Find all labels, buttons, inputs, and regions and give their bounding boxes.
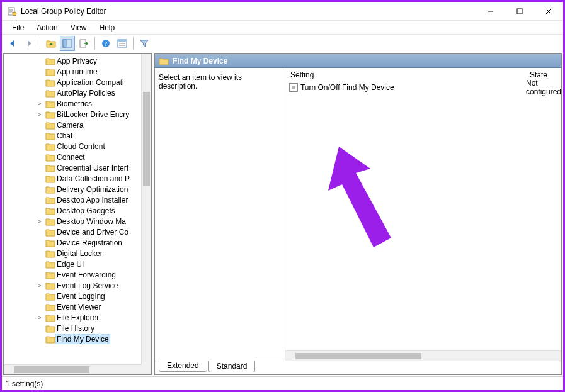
- menu-help[interactable]: Help: [93, 22, 122, 33]
- tree-item[interactable]: Event Forwarding: [4, 269, 141, 280]
- tree-item[interactable]: > Desktop Window Ma: [4, 216, 141, 227]
- tree-item[interactable]: Device and Driver Co: [4, 227, 141, 237]
- app-window: Local Group Policy Editor File Action Vi…: [0, 0, 565, 392]
- folder-icon: [45, 303, 55, 311]
- description-column: Select an item to view its description.: [155, 68, 285, 361]
- help-icon[interactable]: ?: [98, 36, 113, 51]
- tree-item[interactable]: Event Viewer: [4, 301, 141, 312]
- folder-icon: [45, 164, 55, 172]
- tree-item-label: Device and Driver Co: [55, 228, 130, 237]
- expander-icon[interactable]: >: [35, 218, 44, 225]
- tree-item[interactable]: Event Logging: [4, 291, 141, 301]
- menu-view[interactable]: View: [64, 22, 93, 33]
- maximize-button[interactable]: [505, 2, 534, 21]
- toolbar-separator: [40, 37, 40, 50]
- folder-icon: [45, 228, 55, 237]
- tree-item[interactable]: Application Compati: [4, 77, 141, 87]
- tree-item[interactable]: > Biometrics: [4, 98, 141, 109]
- properties-icon[interactable]: [115, 36, 130, 51]
- tree-item-label: App runtime: [55, 67, 99, 76]
- content-pane: Find My Device Select an item to view it…: [154, 53, 562, 375]
- export-list-icon[interactable]: [76, 36, 91, 51]
- tree-item[interactable]: App runtime: [4, 66, 141, 77]
- tree-item-label: Credential User Interf: [55, 164, 130, 172]
- tree-item[interactable]: Connect: [4, 152, 141, 162]
- expander-icon[interactable]: >: [35, 315, 44, 321]
- tree-item-label: Digital Locker: [55, 249, 104, 258]
- folder-icon: [45, 217, 55, 226]
- folder-icon: [45, 78, 55, 87]
- folder-icon: [45, 185, 55, 194]
- content-header-title: Find My Device: [173, 57, 227, 65]
- close-button[interactable]: [534, 2, 563, 21]
- folder-icon: [45, 206, 55, 215]
- main-area: App Privacy App runtime Application Comp…: [2, 52, 563, 376]
- column-headers[interactable]: Setting State: [285, 68, 561, 82]
- tree-vertical-scrollbar[interactable]: [141, 54, 151, 364]
- statusbar: 1 setting(s): [2, 376, 563, 390]
- tree-item[interactable]: Edge UI: [4, 259, 141, 269]
- folder-icon: [45, 281, 55, 290]
- settings-horizontal-scrollbar[interactable]: [285, 350, 561, 361]
- tree-item[interactable]: Device Registration: [4, 237, 141, 248]
- policy-setting-icon: [289, 83, 298, 92]
- svg-rect-6: [517, 9, 522, 14]
- folder-icon: [45, 57, 55, 65]
- setting-row[interactable]: Turn On/Off Find My Device Not configure…: [285, 82, 561, 93]
- toolbar: ?: [2, 35, 563, 52]
- tree-item-label: App Privacy: [55, 57, 98, 65]
- back-arrow-icon[interactable]: [5, 36, 20, 51]
- tree-horizontal-scrollbar[interactable]: [4, 364, 141, 374]
- tree-item[interactable]: Digital Locker: [4, 248, 141, 259]
- tree-item-label: File History: [55, 324, 96, 333]
- tree-item-label: Device Registration: [55, 238, 123, 247]
- column-header-setting[interactable]: Setting: [285, 69, 525, 81]
- tree-view[interactable]: App Privacy App runtime Application Comp…: [4, 54, 141, 364]
- up-folder-icon[interactable]: [43, 36, 59, 51]
- expander-icon[interactable]: >: [35, 111, 44, 118]
- filter-icon[interactable]: [137, 36, 152, 51]
- tree-item[interactable]: Delivery Optimization: [4, 184, 141, 194]
- minimize-button[interactable]: [476, 2, 505, 21]
- tree-item-label: Desktop Gadgets: [55, 206, 117, 215]
- app-icon: [7, 6, 17, 16]
- description-text: Select an item to view its description.: [159, 73, 242, 91]
- tab-standard[interactable]: Standard: [208, 361, 256, 372]
- tree-item[interactable]: > File Explorer: [4, 312, 141, 323]
- tab-extended[interactable]: Extended: [159, 361, 207, 372]
- svg-rect-10: [63, 40, 66, 47]
- show-hide-tree-icon[interactable]: [60, 36, 75, 51]
- menu-action[interactable]: Action: [30, 22, 64, 33]
- content-tabs: Extended Standard: [155, 361, 561, 374]
- folder-icon: [45, 174, 55, 183]
- tree-item[interactable]: Chat: [4, 130, 141, 141]
- tree-item-label: AutoPlay Policies: [55, 89, 117, 98]
- tree-item[interactable]: Find My Device: [4, 333, 141, 344]
- tree-item[interactable]: Data Collection and P: [4, 173, 141, 184]
- tree-item-label: File Explorer: [55, 313, 100, 322]
- setting-name: Turn On/Off Find My Device: [300, 83, 394, 92]
- tree-item[interactable]: Cloud Content: [4, 141, 141, 152]
- tree-pane: App Privacy App runtime Application Comp…: [3, 53, 152, 375]
- tree-item-label: Event Log Service: [55, 281, 119, 290]
- tree-item[interactable]: App Privacy: [4, 55, 141, 66]
- tree-item-label: Delivery Optimization: [55, 185, 129, 194]
- tree-item-label: Edge UI: [55, 260, 85, 269]
- content-header: Find My Device: [155, 54, 561, 68]
- tree-item[interactable]: AutoPlay Policies: [4, 87, 141, 98]
- tree-item[interactable]: > BitLocker Drive Encry: [4, 109, 141, 120]
- menu-file[interactable]: File: [6, 22, 30, 33]
- forward-arrow-icon[interactable]: [21, 36, 37, 51]
- menubar: File Action View Help: [2, 21, 563, 35]
- tree-item[interactable]: File History: [4, 323, 141, 333]
- tree-item[interactable]: Desktop App Installer: [4, 194, 141, 205]
- folder-icon: [45, 196, 55, 204]
- tree-item[interactable]: > Event Log Service: [4, 280, 141, 291]
- tree-item[interactable]: Desktop Gadgets: [4, 205, 141, 216]
- window-title: Local Group Policy Editor: [21, 7, 476, 16]
- tree-item[interactable]: Credential User Interf: [4, 162, 141, 173]
- expander-icon[interactable]: >: [35, 283, 44, 289]
- folder-icon: [45, 89, 55, 98]
- tree-item[interactable]: Camera: [4, 120, 141, 130]
- expander-icon[interactable]: >: [35, 101, 44, 107]
